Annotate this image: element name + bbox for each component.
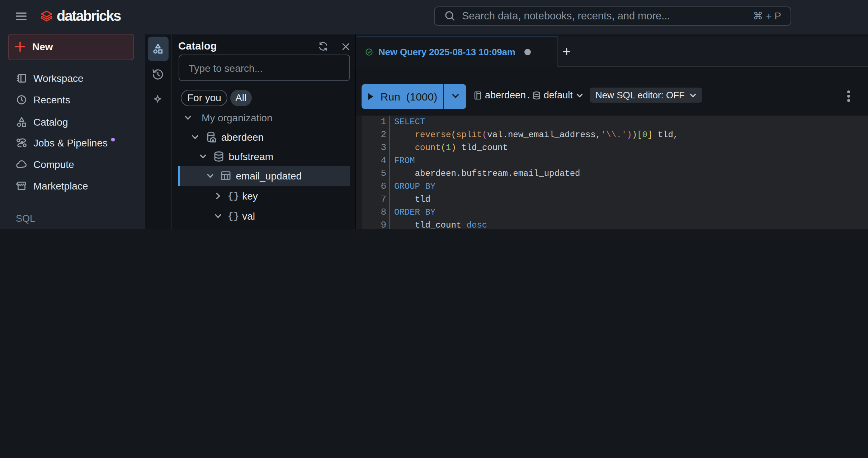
svg-text:{: { bbox=[227, 191, 233, 202]
svg-text:{: { bbox=[227, 211, 233, 222]
svg-text:}: } bbox=[233, 211, 239, 222]
svg-text:}: } bbox=[233, 191, 239, 202]
